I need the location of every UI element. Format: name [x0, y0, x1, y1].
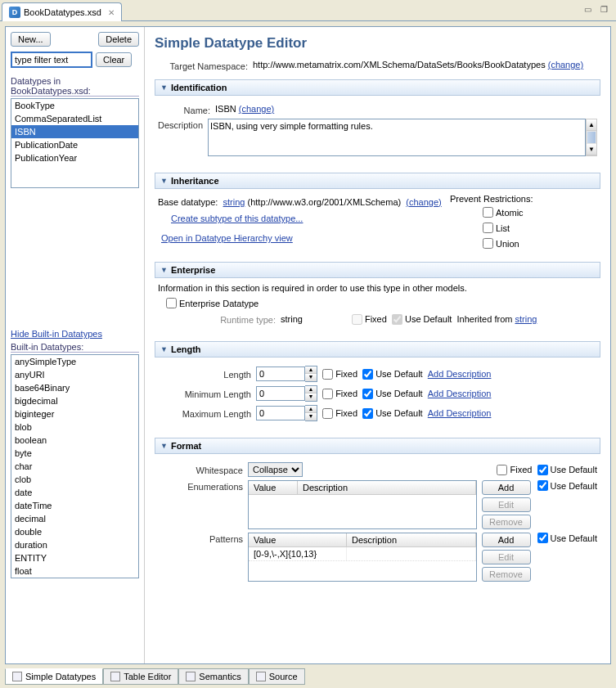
max-length-input[interactable]	[256, 406, 305, 420]
base-link[interactable]: string	[223, 197, 245, 207]
identification-header[interactable]: ▼Identification	[155, 79, 600, 96]
bottom-tab[interactable]: Table Editor	[103, 668, 178, 685]
bottom-tabbar: Simple DatatypesTable EditorSemanticsSou…	[5, 668, 611, 685]
pattern-default-checkbox[interactable]	[537, 533, 548, 543]
scroll-down-icon[interactable]: ▼	[587, 144, 596, 155]
list-item[interactable]: boolean	[11, 434, 138, 447]
enum-default-checkbox[interactable]	[537, 480, 548, 491]
length-input[interactable]	[256, 366, 305, 381]
format-header[interactable]: ▼Format	[155, 438, 600, 454]
length-default-checkbox[interactable]	[362, 369, 373, 380]
desc-textarea[interactable]: ISBN, using very simple formatting rules…	[208, 119, 586, 156]
pattern-cell[interactable]: [0-9,\-,X]{10,13}	[249, 547, 347, 560]
list-item[interactable]: biginteger	[11, 407, 138, 420]
list-checkbox[interactable]	[483, 223, 493, 233]
atomic-checkbox[interactable]	[483, 207, 493, 218]
list-item[interactable]: base64Binary	[11, 381, 138, 394]
ent-fixed-checkbox	[352, 314, 362, 325]
spin-up-icon[interactable]: ▲	[305, 406, 317, 413]
close-tab-icon[interactable]: ✕	[108, 8, 115, 17]
create-subtype-link[interactable]: Create subtype of this datatype...	[171, 214, 303, 223]
datatypes-list[interactable]: BookTypeCommaSeparatedListISBNPublicatio…	[11, 98, 139, 188]
open-hierarchy-link[interactable]: Open in Datatype Hierarchy view	[161, 233, 293, 243]
list-item[interactable]: byte	[11, 447, 138, 460]
enum-add-button[interactable]: Add	[482, 480, 531, 495]
enum-remove-button: Remove	[482, 515, 531, 529]
min-length-add-desc-link[interactable]: Add Description	[428, 389, 492, 398]
bottom-tab[interactable]: Semantics	[178, 668, 248, 685]
max-length-add-desc-link[interactable]: Add Description	[428, 408, 492, 418]
name-value: ISBN	[215, 104, 236, 114]
list-item[interactable]: blob	[11, 420, 138, 434]
twistie-icon: ▼	[160, 83, 168, 92]
scroll-up-icon[interactable]: ▲	[587, 119, 596, 131]
bottom-tab[interactable]: Source	[249, 668, 305, 685]
enterprise-header[interactable]: ▼Enterprise	[155, 262, 600, 278]
length-header[interactable]: ▼Length	[155, 341, 600, 357]
spin-up-icon[interactable]: ▲	[305, 366, 317, 374]
ns-change-link[interactable]: (change)	[548, 60, 583, 70]
hide-builtin-link[interactable]: Hide Built-in Datatypes	[11, 329, 102, 339]
min-length-default-checkbox[interactable]	[362, 389, 373, 399]
min-length-input[interactable]	[256, 386, 305, 401]
list-item[interactable]: ISBN	[11, 125, 138, 138]
name-change-link[interactable]: (change)	[239, 104, 274, 114]
list-item[interactable]: anyURI	[11, 368, 138, 381]
clear-button[interactable]: Clear	[96, 52, 132, 67]
spin-down-icon[interactable]: ▼	[305, 413, 317, 420]
spin-up-icon[interactable]: ▲	[305, 386, 317, 393]
ws-fixed-checkbox[interactable]	[497, 465, 507, 475]
desc-label: Description	[158, 119, 208, 130]
pattern-edit-button: Edit	[482, 550, 531, 564]
builtin-list[interactable]: anySimpleTypeanyURIbase64Binarybigdecima…	[11, 354, 139, 578]
list-item[interactable]: clob	[11, 473, 138, 486]
enum-grid[interactable]: ValueDescription	[248, 480, 477, 529]
delete-button[interactable]: Delete	[98, 32, 139, 47]
list-item[interactable]: anySimpleType	[11, 355, 138, 368]
list-item[interactable]: ENTITY	[11, 551, 138, 564]
enum-edit-button: Edit	[482, 497, 531, 512]
list-item[interactable]: CommaSeparatedList	[11, 112, 138, 125]
list-item[interactable]: char	[11, 460, 138, 473]
min-length-fixed-checkbox[interactable]	[322, 389, 333, 399]
base-change-link[interactable]: (change)	[406, 197, 441, 207]
spin-down-icon[interactable]: ▼	[305, 393, 317, 401]
file-tab[interactable]: D BookDatatypes.xsd ✕	[2, 2, 122, 21]
list-item[interactable]: bigdecimal	[11, 394, 138, 407]
ws-default-checkbox[interactable]	[537, 465, 548, 475]
enterprise-checkbox[interactable]	[166, 298, 177, 308]
list-item[interactable]: PublicationDate	[11, 138, 138, 151]
union-checkbox[interactable]	[483, 238, 493, 249]
page-title: Simple Datatype Editor	[155, 35, 600, 52]
max-length-default-checkbox[interactable]	[362, 408, 373, 419]
list-item[interactable]: decimal	[11, 512, 138, 525]
list-item[interactable]: float	[11, 564, 138, 578]
length-add-desc-link[interactable]: Add Description	[428, 369, 492, 379]
maximize-icon[interactable]: ❐	[598, 3, 609, 15]
spin-down-icon[interactable]: ▼	[305, 374, 317, 381]
list-item[interactable]: PublicationYear	[11, 151, 138, 164]
pattern-grid[interactable]: ValueDescription [0-9,\-,X]{10,13}	[248, 533, 477, 582]
whitespace-select[interactable]: Collapse	[248, 462, 303, 477]
list-item[interactable]: duration	[11, 538, 138, 551]
inherited-link[interactable]: string	[515, 314, 537, 324]
list-item[interactable]: date	[11, 486, 138, 499]
list-item[interactable]: dateTime	[11, 499, 138, 512]
length-fixed-checkbox[interactable]	[322, 369, 333, 380]
list-item[interactable]: BookType	[11, 99, 138, 112]
list-item[interactable]: double	[11, 525, 138, 538]
max-length-fixed-checkbox[interactable]	[322, 408, 333, 419]
ent-default-checkbox	[392, 314, 402, 325]
new-button[interactable]: New...	[11, 32, 51, 47]
filter-input[interactable]	[11, 52, 92, 68]
pattern-add-button[interactable]: Add	[482, 533, 531, 547]
editor-tabbar: D BookDatatypes.xsd ✕ ▭ ❐	[0, 0, 616, 21]
ws-label: Whitespace	[158, 464, 248, 475]
twistie-icon: ▼	[160, 442, 168, 450]
bottom-tab[interactable]: Simple Datatypes	[5, 668, 103, 685]
prevent-label: Prevent Restrictions:	[450, 194, 597, 204]
desc-scrollbar[interactable]: ▲ ▼	[586, 119, 597, 156]
ns-label: Target Namespace:	[155, 60, 253, 71]
inheritance-header[interactable]: ▼Inheritance	[155, 173, 600, 189]
minimize-icon[interactable]: ▭	[582, 3, 593, 15]
